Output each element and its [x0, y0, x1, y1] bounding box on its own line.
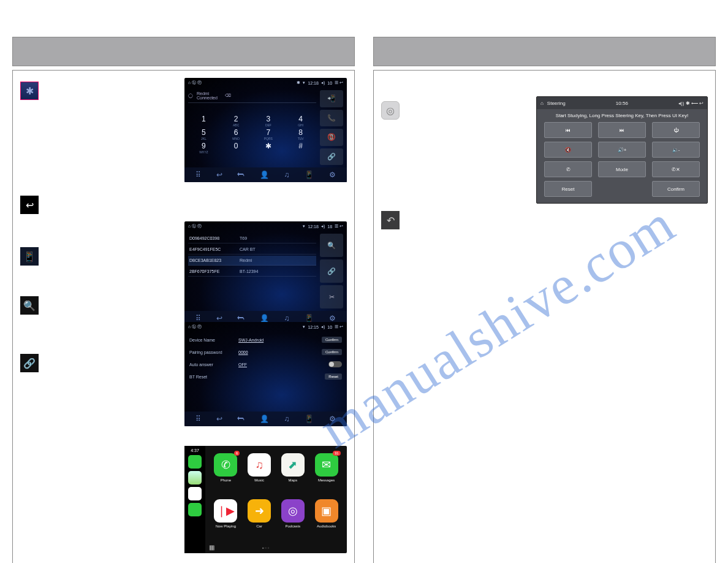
carplay-side-messages-icon[interactable]: [188, 503, 202, 516]
nav-item-6[interactable]: ⚙: [329, 170, 336, 179]
backspace-icon[interactable]: ⌫: [225, 93, 231, 98]
bluetooth-icon: ✱: [20, 82, 39, 100]
steering-btn-confirm[interactable]: Confirm: [652, 181, 700, 197]
dialer-side-btn-2[interactable]: 📵: [320, 129, 343, 146]
carplay-app-car[interactable]: ➜Car: [245, 499, 274, 540]
home-icon: ⌂ ⓑ ⓟ: [188, 223, 202, 229]
pair-side-btn-0[interactable]: 🔍: [320, 234, 343, 257]
nav-item-3[interactable]: 👤: [260, 170, 269, 179]
nav-item-0[interactable]: ⠿: [195, 415, 201, 423]
pair-row[interactable]: 2BF670F375FEBT-12394: [188, 267, 316, 277]
nav-item-2[interactable]: ⮪: [237, 170, 245, 179]
clock: 12:18: [308, 224, 319, 229]
menu-icon: ☰ ↩: [335, 80, 343, 85]
dial-key-1[interactable]: 1: [188, 115, 219, 127]
pair-row[interactable]: E4F9C491FE5CCAR BT: [188, 245, 316, 255]
carplay-app-music[interactable]: ♫Music: [245, 453, 274, 494]
nav-item-0[interactable]: ⠿: [195, 170, 201, 179]
nav-item-2[interactable]: ⮪: [237, 314, 245, 323]
nav-item-1[interactable]: ↩: [216, 170, 222, 179]
volume-icon: ◂): [321, 80, 325, 85]
nav-item-1[interactable]: ↩: [216, 314, 222, 323]
steering-screenshot: ⌂ Steering 10:56 ◂)) ✱ ⟵ ↩ Start Studyin…: [536, 96, 708, 204]
dialer-side-buttons: 📲📞📵🔗: [320, 90, 343, 165]
nav-item-6[interactable]: ⚙: [329, 314, 336, 323]
home-icon[interactable]: ⌂: [540, 101, 544, 106]
steering-btn-2[interactable]: ⏻: [652, 122, 700, 138]
dialer-side-btn-0[interactable]: 📲: [320, 90, 343, 107]
settings-nav-bar: ⠿↩⮪👤♫📱⚙: [184, 412, 347, 426]
steering-titlebar: ⌂ Steering 10:56 ◂)) ✱ ⟵ ↩: [537, 97, 707, 109]
carplay-app-messages[interactable]: ✉Messages: [312, 453, 341, 494]
pair-row[interactable]: D8CE3AB1E823Redmi: [188, 256, 316, 266]
nav-item-1[interactable]: ↩: [216, 415, 222, 423]
wifi-icon: ▾: [303, 80, 305, 85]
steering-btn-3[interactable]: 🔇: [544, 142, 592, 158]
pair-side-btn-2[interactable]: ✂: [320, 285, 343, 308]
steering-btn-reset[interactable]: Reset: [544, 181, 592, 197]
dialer-side-btn-1[interactable]: 📞: [320, 110, 343, 127]
toggle[interactable]: [328, 361, 342, 367]
dial-key-8[interactable]: 8TUV: [285, 128, 316, 140]
dial-key-9[interactable]: 9WXYZ: [188, 142, 219, 154]
nav-item-3[interactable]: 👤: [260, 415, 269, 423]
steering-btn-4[interactable]: 🔊+: [598, 142, 646, 158]
settings-row: Device NameSWJ-AndroidConfirm: [188, 334, 343, 345]
confirm-button[interactable]: Confirm: [322, 349, 342, 355]
wifi-icon: ▾: [303, 224, 305, 229]
nav-item-2[interactable]: ⮪: [237, 415, 245, 423]
pair-row[interactable]: D098492C0398T69: [188, 234, 316, 243]
carplay-app-phone[interactable]: ✆Phone: [211, 453, 240, 494]
steering-button-grid: ⏮⏭⏻🔇🔊+🔉-✆Mode✆✕ResetConfirm: [537, 120, 707, 203]
dial-key-6[interactable]: 6MNO: [221, 128, 252, 140]
nav-item-5[interactable]: 📱: [305, 314, 314, 323]
carplay-side-music-icon[interactable]: [188, 487, 202, 500]
dial-key-✱[interactable]: ✱: [253, 142, 284, 154]
steering-btn-5[interactable]: 🔉-: [652, 142, 700, 158]
nav-item-4[interactable]: ♫: [284, 170, 290, 179]
nav-item-5[interactable]: 📱: [305, 170, 314, 179]
steering-status-icons: ◂)) ✱ ⟵ ↩: [678, 101, 703, 106]
steering-btn-8[interactable]: ✆✕: [652, 161, 700, 177]
dial-key-4[interactable]: 4GHI: [285, 115, 316, 127]
nav-item-4[interactable]: ♫: [284, 415, 290, 423]
carplay-home-icon[interactable]: ▦: [209, 544, 214, 551]
confirm-button[interactable]: Confirm: [322, 337, 342, 343]
dial-key-#[interactable]: #: [285, 142, 316, 154]
steering-btn-1[interactable]: ⏭: [598, 122, 646, 138]
dial-key-5[interactable]: 5JKL: [188, 128, 219, 140]
steering-btn-0[interactable]: ⏮: [544, 122, 592, 138]
dial-key-3[interactable]: 3DEF: [253, 115, 284, 127]
carplay-app-now-playing[interactable]: ❘▶Now Playing: [211, 499, 240, 540]
status-bar: ⌂ ⓑ ⓟ ✱ ▾ 12:18 ◂) 10 ☰ ↩: [184, 78, 347, 88]
steering-btn-6[interactable]: ✆: [544, 161, 592, 177]
carplay-side-phone-icon[interactable]: [188, 455, 202, 469]
carplay-app-maps[interactable]: ⬈Maps: [279, 453, 308, 494]
steering-btn-mode[interactable]: Mode: [598, 161, 646, 177]
pair-side-btn-1[interactable]: 🔗: [320, 259, 343, 283]
nav-item-4[interactable]: ♫: [284, 314, 290, 323]
link-icon: 🔗: [20, 354, 39, 372]
dial-key-2[interactable]: 2ABC: [221, 115, 252, 127]
carplay-app-podcasts[interactable]: ◎Podcasts: [279, 499, 308, 540]
nav-item-5[interactable]: 📱: [305, 415, 314, 423]
carplay-app-audiobooks[interactable]: ▣Audiobooks: [312, 499, 341, 540]
nav-item-3[interactable]: 👤: [260, 314, 269, 323]
carplay-side-maps-icon[interactable]: [188, 471, 202, 484]
home-icon: ⌂ ⓑ ⓟ: [188, 80, 202, 86]
device-name: Redmi: [197, 91, 209, 96]
dial-key-0[interactable]: 0: [221, 142, 252, 154]
battery: 18: [327, 224, 332, 229]
nav-item-6[interactable]: ⚙: [329, 415, 336, 423]
clock: 12:18: [308, 81, 319, 85]
device-state: Connected: [197, 96, 218, 100]
carplay-screenshot: 4:37 ✆Phone♫Music⬈Maps✉Messages❘▶Now Pla…: [184, 446, 347, 553]
settings-row: Auto answerOFF: [188, 359, 343, 370]
dialer-side-btn-3[interactable]: 🔗: [320, 148, 343, 166]
nav-item-0[interactable]: ⠿: [195, 314, 201, 323]
back-icon: ↩: [20, 196, 39, 214]
dial-key-7[interactable]: 7PQRS: [253, 128, 284, 140]
back-icon: ↶: [381, 211, 400, 229]
reset-button[interactable]: Reset: [325, 373, 342, 380]
volume-icon: ◂): [321, 324, 325, 329]
